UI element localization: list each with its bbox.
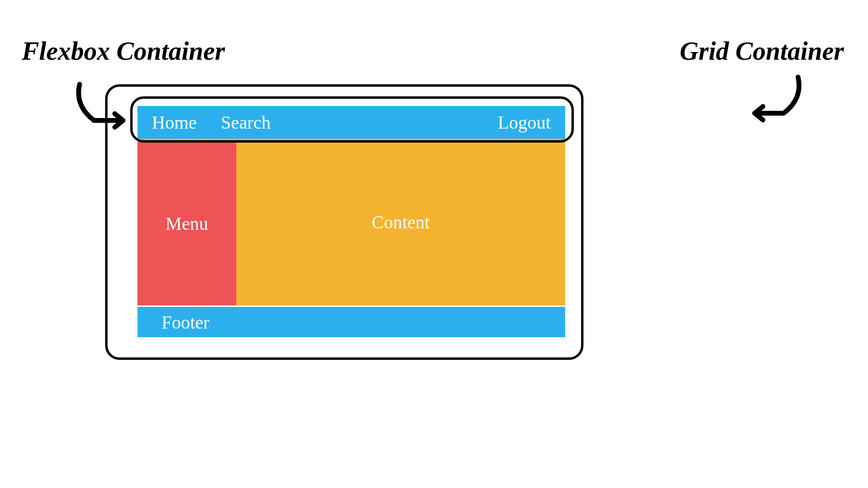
content-area: Content xyxy=(236,139,565,305)
header-bar: Home Search Logout xyxy=(137,106,565,139)
menu-label: Menu xyxy=(165,213,208,234)
footer-bar: Footer xyxy=(137,305,565,337)
content-label: Content xyxy=(372,211,430,233)
grid-container-outline: Home Search Logout Menu Content Footer xyxy=(105,84,583,360)
nav-logout[interactable]: Logout xyxy=(498,112,551,133)
grid-container-label: Grid Container xyxy=(679,36,844,66)
layout-grid: Home Search Logout Menu Content Footer xyxy=(137,106,565,337)
flexbox-container-label: Flexbox Container xyxy=(22,36,225,66)
footer-label: Footer xyxy=(162,312,209,333)
nav-home[interactable]: Home xyxy=(152,112,197,133)
arrow-right-icon xyxy=(743,75,805,128)
nav-search[interactable]: Search xyxy=(221,112,271,133)
menu-sidebar: Menu xyxy=(137,139,236,305)
